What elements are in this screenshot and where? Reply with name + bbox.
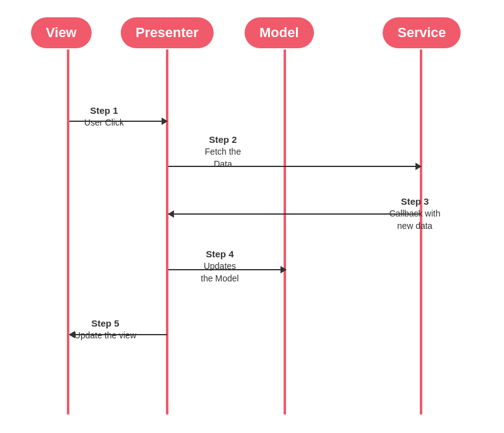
step4-label: Step 4 Updatesthe Model (173, 247, 266, 285)
step3-label: Step 3 Callback withnew data (365, 195, 464, 232)
step1-label: Step 1 User Click (61, 104, 147, 129)
actor-service: Service (383, 17, 461, 48)
lifeline-presenter (166, 49, 168, 414)
sequence-diagram: View Presenter Model Service Step 1 User… (0, 0, 504, 433)
actor-view: View (31, 17, 92, 48)
actor-presenter: Presenter (121, 17, 214, 48)
step2-label: Step 2 Fetch theData (176, 133, 269, 170)
step5-label: Step 5 Update the view (53, 317, 158, 342)
actor-model: Model (245, 17, 314, 48)
lifeline-model (284, 49, 286, 414)
